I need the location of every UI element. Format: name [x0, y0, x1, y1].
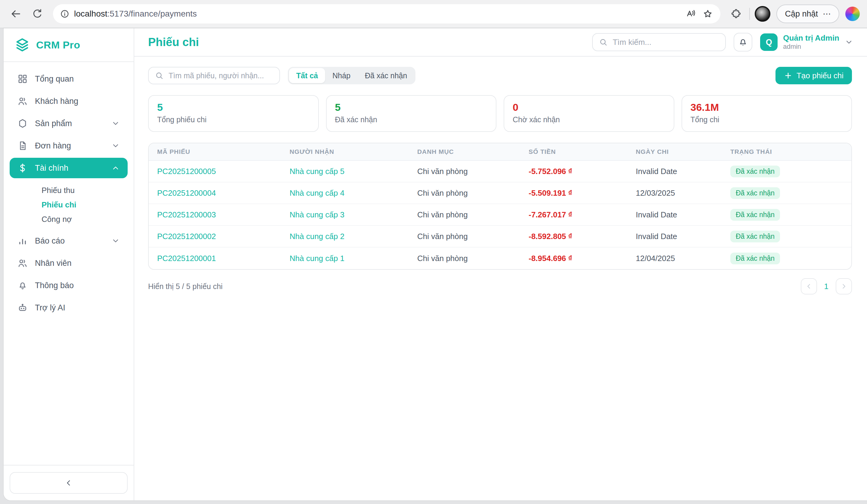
- sidebar-item-label: Khách hàng: [35, 97, 78, 106]
- table-row: PC20251200003 Nhà cung cấp 3 Chi văn phò…: [149, 204, 851, 226]
- voucher-code-link[interactable]: PC20251200005: [149, 167, 281, 176]
- voucher-search-input[interactable]: [169, 71, 273, 80]
- status-badge: Đã xác nhận: [730, 209, 780, 221]
- column-header: MÃ PHIẾU: [149, 148, 281, 156]
- date-cell: Invalid Date: [628, 167, 722, 176]
- chevron-down-icon: [111, 237, 120, 245]
- more-icon: ⋯: [823, 9, 831, 19]
- notifications-button[interactable]: [734, 33, 752, 52]
- sidebar-item-khach-hang[interactable]: Khách hàng: [10, 91, 128, 111]
- site-info-icon[interactable]: [60, 9, 69, 18]
- column-header: TRẠNG THÁI: [722, 148, 851, 156]
- stat-value: 36.1M: [691, 101, 843, 114]
- sidebar-item-don-hang[interactable]: Đơn hàng: [10, 136, 128, 156]
- page-title: Phiếu chi: [148, 36, 199, 49]
- customers-icon: [18, 96, 28, 106]
- user-menu[interactable]: Q Quản trị Admin admin: [760, 33, 853, 51]
- recipient-link[interactable]: Nhà cung cấp 3: [281, 210, 409, 219]
- extensions-button[interactable]: [728, 6, 745, 22]
- back-arrow-icon: [10, 8, 22, 20]
- column-header: SỐ TIỀN: [520, 148, 628, 156]
- browser-profile-avatar[interactable]: [755, 6, 770, 22]
- read-aloud-icon[interactable]: [685, 9, 696, 19]
- favorite-star-icon[interactable]: [702, 9, 713, 19]
- employees-icon: [18, 258, 28, 268]
- prev-page-button[interactable]: [801, 278, 817, 294]
- filter-da-xac-nhan[interactable]: Đã xác nhận: [358, 68, 414, 83]
- stat-label: Tổng phiếu chi: [157, 115, 310, 124]
- sidebar-item-nhan-vien[interactable]: Nhân viên: [10, 253, 128, 274]
- sidebar-item-san-pham[interactable]: Sản phẩm: [10, 113, 128, 134]
- category-cell: Chi văn phòng: [409, 210, 520, 219]
- browser-toolbar: localhost:5173/finance/payments Cập nhật…: [0, 0, 867, 28]
- submenu-item-cong-no[interactable]: Công nợ: [10, 212, 128, 226]
- voucher-code-link[interactable]: PC20251200001: [149, 254, 281, 263]
- url-text: localhost:5173/finance/payments: [74, 9, 681, 19]
- pagination: 1: [801, 278, 852, 294]
- amount-cell: -7.267.017 ₫: [520, 210, 628, 219]
- create-voucher-button[interactable]: Tạo phiếu chi: [775, 67, 852, 84]
- finance-submenu: Phiếu thu Phiếu chi Công nợ: [10, 180, 128, 230]
- list-footer: Hiển thị 5 / 5 phiếu chi 1: [148, 278, 852, 294]
- stat-value: 5: [157, 101, 310, 114]
- screen: localhost:5173/finance/payments Cập nhật…: [0, 0, 867, 504]
- browser-update-button[interactable]: Cập nhật ⋯: [777, 4, 839, 23]
- sidebar-item-label: Thông báo: [35, 281, 74, 290]
- chevron-left-icon: [805, 282, 813, 290]
- sidebar-item-tong-quan[interactable]: Tổng quan: [10, 69, 128, 89]
- status-badge: Đã xác nhận: [730, 230, 780, 242]
- submenu-item-phieu-chi[interactable]: Phiếu chi: [10, 197, 128, 212]
- status-filter: Tất cả Nháp Đã xác nhận: [288, 67, 416, 84]
- sidebar-nav: Tổng quan Khách hàng Sản phẩm Đơn hàng: [3, 62, 133, 465]
- global-search[interactable]: [592, 33, 726, 51]
- global-search-input[interactable]: [613, 37, 719, 47]
- sidebar-collapse-button[interactable]: [10, 472, 128, 494]
- sidebar-item-tai-chinh[interactable]: Tài chính: [10, 158, 128, 178]
- category-cell: Chi văn phòng: [409, 189, 520, 198]
- submenu-item-phieu-thu[interactable]: Phiếu thu: [10, 183, 128, 197]
- stat-value: 0: [513, 101, 665, 114]
- sidebar-item-tro-ly-ai[interactable]: Trợ lý AI: [10, 298, 128, 318]
- sidebar: CRM Pro Tổng quan Khách hàng Sản phẩm: [3, 28, 134, 500]
- app-window: CRM Pro Tổng quan Khách hàng Sản phẩm: [3, 28, 867, 500]
- robot-icon: [18, 303, 28, 313]
- sidebar-item-label: Sản phẩm: [35, 119, 72, 128]
- address-bar[interactable]: localhost:5173/finance/payments: [53, 4, 720, 23]
- voucher-code-link[interactable]: PC20251200002: [149, 232, 281, 241]
- browser-back-button[interactable]: [7, 6, 24, 22]
- table-header-row: MÃ PHIẾU NGƯỜI NHẬN DANH MỤC SỐ TIỀN NGÀ…: [149, 143, 851, 161]
- stat-label: Chờ xác nhận: [513, 115, 665, 124]
- layers-logo-icon: [14, 37, 30, 53]
- recipient-link[interactable]: Nhà cung cấp 2: [281, 232, 409, 241]
- recipient-link[interactable]: Nhà cung cấp 1: [281, 254, 409, 263]
- copilot-icon[interactable]: [845, 7, 860, 21]
- filter-tat-ca[interactable]: Tất cả: [289, 68, 325, 83]
- recipient-link[interactable]: Nhà cung cấp 4: [281, 189, 409, 198]
- sidebar-item-bao-cao[interactable]: Báo cáo: [10, 230, 128, 251]
- filter-nhap[interactable]: Nháp: [325, 68, 358, 83]
- bell-icon: [738, 37, 748, 47]
- voucher-code-link[interactable]: PC20251200003: [149, 210, 281, 219]
- table-row: PC20251200005 Nhà cung cấp 5 Chi văn phò…: [149, 161, 851, 182]
- amount-cell: -8.592.805 ₫: [520, 232, 628, 241]
- browser-reload-button[interactable]: [29, 6, 46, 22]
- status-badge: Đã xác nhận: [730, 253, 780, 264]
- voucher-search[interactable]: [148, 67, 280, 84]
- stat-total-spent: 36.1M Tổng chi: [682, 95, 852, 132]
- stat-value: 5: [335, 101, 488, 114]
- results-summary: Hiển thị 5 / 5 phiếu chi: [148, 282, 223, 291]
- column-header: NGƯỜI NHẬN: [281, 148, 409, 156]
- status-badge: Đã xác nhận: [730, 165, 780, 177]
- recipient-link[interactable]: Nhà cung cấp 5: [281, 167, 409, 176]
- chevron-down-icon: [111, 119, 120, 128]
- brand-name: CRM Pro: [36, 39, 80, 51]
- stat-cards: 5 Tổng phiếu chi 5 Đã xác nhận 0 Chờ xác…: [148, 95, 852, 132]
- vouchers-table: MÃ PHIẾU NGƯỜI NHẬN DANH MỤC SỐ TIỀN NGÀ…: [148, 143, 852, 270]
- category-cell: Chi văn phòng: [409, 254, 520, 263]
- voucher-code-link[interactable]: PC20251200004: [149, 189, 281, 198]
- next-page-button[interactable]: [836, 278, 852, 294]
- sidebar-item-label: Đơn hàng: [35, 141, 71, 151]
- current-page[interactable]: 1: [822, 282, 830, 291]
- brand[interactable]: CRM Pro: [3, 28, 133, 62]
- sidebar-item-thong-bao[interactable]: Thông báo: [10, 275, 128, 296]
